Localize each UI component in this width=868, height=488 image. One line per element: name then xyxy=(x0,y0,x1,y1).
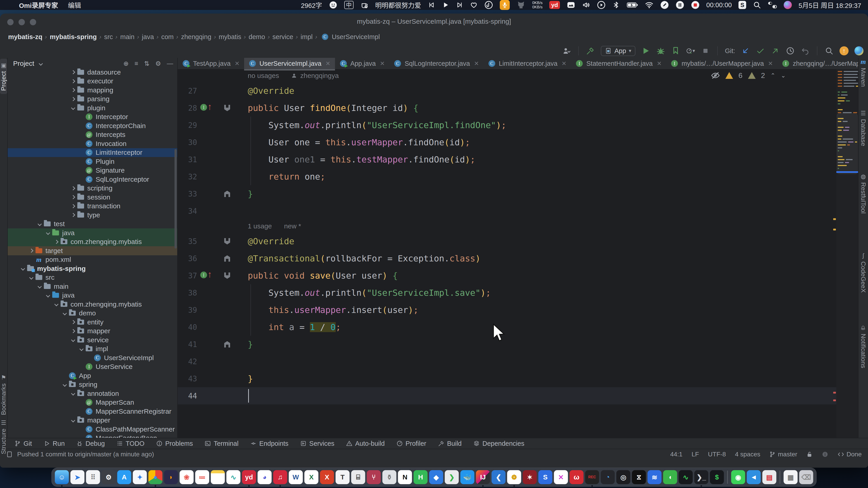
dock-wave-app[interactable]: ∿ xyxy=(226,470,241,484)
breadcrumb-segment[interactable]: mybatis-zq xyxy=(8,33,42,41)
tree-row[interactable]: target xyxy=(8,246,177,255)
chevron-right-icon[interactable] xyxy=(69,71,77,74)
tree-row[interactable]: src xyxy=(8,273,177,282)
battery-icon[interactable] xyxy=(627,1,638,9)
minimap[interactable] xyxy=(836,69,858,438)
toolwindow-dependencies[interactable]: Dependencies xyxy=(473,440,524,447)
dock-youdao-dict[interactable]: yd xyxy=(242,470,256,484)
dock-excel[interactable]: X xyxy=(305,470,318,484)
run-coverage-button[interactable] xyxy=(671,46,680,55)
indent-style[interactable]: 4 spaces xyxy=(735,451,760,458)
close-tab-icon[interactable]: ✕ xyxy=(235,60,240,67)
s-app-icon[interactable]: S xyxy=(739,1,746,9)
fold-region-icon[interactable] xyxy=(224,191,230,197)
dock-netease-music[interactable]: ♫ xyxy=(273,470,287,484)
line-number[interactable]: 43 xyxy=(178,375,197,383)
breadcrumb-segment[interactable]: com xyxy=(161,33,174,41)
rollback-button[interactable] xyxy=(801,46,810,55)
line-number[interactable]: 32 xyxy=(178,172,197,181)
stripe-bookmarks[interactable]: ⚑ Bookmarks xyxy=(0,374,7,415)
close-tab-icon[interactable]: ✕ xyxy=(474,60,479,67)
line-number[interactable]: 44 xyxy=(178,392,197,400)
tree-row[interactable]: IUserService xyxy=(8,362,177,371)
close-tab-icon[interactable]: ✕ xyxy=(380,60,385,67)
tree-row[interactable]: @MapperScan xyxy=(8,398,177,407)
line-number[interactable]: 35 xyxy=(178,237,197,246)
toolwindow-debug[interactable]: Debug xyxy=(76,440,105,447)
dock-firefox[interactable]: ◗ xyxy=(164,470,178,484)
dock-word[interactable]: W xyxy=(289,470,303,484)
dock-pitcher-app[interactable]: ⚱ xyxy=(382,470,397,484)
close-tab-icon[interactable]: ✕ xyxy=(561,60,566,67)
tree-row[interactable]: com.zhengqing.mybatis xyxy=(8,300,177,309)
dock-blue-t-app[interactable]: ◄ xyxy=(747,470,761,484)
minimap-viewport[interactable] xyxy=(837,113,858,174)
heart-icon[interactable] xyxy=(470,1,477,9)
tree-row[interactable]: mapper xyxy=(8,327,177,336)
next-track-icon[interactable] xyxy=(456,1,463,8)
git-commit-button[interactable] xyxy=(756,46,765,55)
dock-typora[interactable]: T xyxy=(336,470,350,484)
breadcrumb-segment[interactable]: main xyxy=(120,33,134,41)
tree-scrollbar[interactable] xyxy=(175,149,177,249)
fold-region-icon[interactable] xyxy=(224,272,230,279)
tree-row[interactable]: transaction xyxy=(8,202,177,211)
tree-row[interactable]: annotation xyxy=(8,389,177,398)
tree-row[interactable]: IInterceptor xyxy=(8,112,177,122)
siri-icon[interactable] xyxy=(784,1,792,9)
dock-downloads-stack[interactable]: ▦ xyxy=(784,470,798,484)
plugin-sphere-icon[interactable] xyxy=(855,46,864,55)
tree-row[interactable]: CInterceptorChain xyxy=(8,121,177,130)
gear-icon[interactable]: ⚙ xyxy=(155,60,161,67)
error-stripe-mark[interactable] xyxy=(833,229,836,230)
previous-track-icon[interactable] xyxy=(428,1,435,8)
breadcrumb-segment[interactable]: mybatis-spring xyxy=(50,33,97,41)
breadcrumb-segment[interactable]: src xyxy=(104,33,113,41)
tree-row[interactable]: test xyxy=(8,220,177,229)
chevron-down-icon[interactable] xyxy=(44,294,52,297)
error-stripe-mark[interactable] xyxy=(833,399,836,401)
tree-row[interactable]: service xyxy=(8,335,177,345)
line-number[interactable]: 31 xyxy=(178,155,197,164)
dock-activity-app[interactable]: ∿ xyxy=(679,470,693,484)
stop-button[interactable] xyxy=(701,46,710,55)
dock-capcut[interactable]: ⧖ xyxy=(632,470,646,484)
toolwindow-terminal[interactable]: Terminal xyxy=(205,440,239,447)
chevron-right-icon[interactable] xyxy=(53,240,60,243)
breadcrumb-segment[interactable]: zhengqing xyxy=(181,33,211,41)
spotlight-icon[interactable] xyxy=(753,1,761,9)
dock-obs[interactable]: ◎ xyxy=(616,470,630,484)
locate-file-icon[interactable]: ⊕ xyxy=(123,60,129,67)
dock-notion[interactable]: N xyxy=(398,470,412,484)
line-separator[interactable]: LF xyxy=(691,451,699,458)
collapse-all-icon[interactable]: ⇅ xyxy=(144,60,149,67)
play-icon[interactable] xyxy=(442,1,449,8)
chevron-down-icon[interactable] xyxy=(61,383,68,386)
dock-maps[interactable]: ➤ xyxy=(70,470,85,484)
breadcrumb-segment[interactable]: impl xyxy=(301,33,313,41)
line-number[interactable]: 34 xyxy=(178,207,197,216)
tree-row[interactable]: plugin xyxy=(8,103,177,112)
editor-tab[interactable]: CSqlLogInterceptor.java✕ xyxy=(389,58,483,69)
tree-row[interactable]: CLimitInterceptor xyxy=(8,148,177,157)
dock-docker[interactable]: 🐳 xyxy=(460,470,474,484)
tree-row[interactable]: mybatis-spring xyxy=(8,264,177,273)
dock-screen-recorder[interactable]: REC xyxy=(585,470,599,484)
chevron-right-icon[interactable] xyxy=(69,205,77,207)
chevron-right-icon[interactable] xyxy=(69,98,77,101)
unlock-icon[interactable] xyxy=(806,451,813,457)
tree-row[interactable]: CMapperFactoryBean xyxy=(8,434,177,438)
code-analysis-status[interactable]: Done xyxy=(837,451,862,458)
dock-chrome[interactable]: ● xyxy=(149,470,162,484)
fold-region-icon[interactable] xyxy=(224,255,230,262)
tree-row[interactable]: mapping xyxy=(8,86,177,95)
dock-system-settings[interactable]: ⚙ xyxy=(102,470,116,484)
dock-red-blue-app[interactable]: ▤ xyxy=(763,470,776,484)
dock-blue-circle-app[interactable]: ◕ xyxy=(258,470,272,484)
inspections-widget[interactable]: 6 2 ⌃ ⌄ xyxy=(711,71,786,80)
stripe-notifications[interactable]: 🕭Notifications xyxy=(859,324,868,368)
tree-row[interactable]: CSqlLogInterceptor xyxy=(8,175,177,184)
dock-safari[interactable]: ✦ xyxy=(133,470,147,484)
tree-row[interactable]: impl xyxy=(8,345,177,354)
inlay-hint[interactable]: no usageszhengqingya xyxy=(248,72,339,79)
